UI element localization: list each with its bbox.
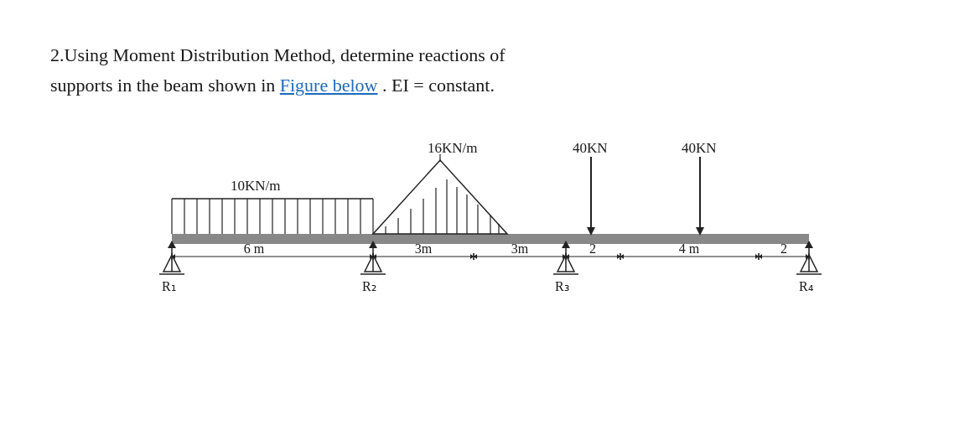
diagram-container: 10KN/m (50, 125, 930, 301)
dim6-label: 2 (780, 241, 787, 256)
udl-left: 10KN/m (172, 178, 373, 234)
support-r2: R₂ (360, 241, 386, 293)
dim1-label: 6 m (243, 241, 264, 256)
dim-6m: 6 m (172, 241, 373, 260)
dim-2-1: 2 (566, 241, 620, 260)
dim4-label: 2 (589, 241, 596, 256)
load1-label: 10KN/m (231, 178, 281, 194)
r1-label: R₁ (162, 279, 176, 293)
support-r3: R₃ (553, 241, 578, 293)
page: 2.Using Moment Distribution Method, dete… (0, 0, 980, 318)
diagram-wrapper: 10KN/m (147, 125, 834, 301)
point-load-2: 40KN (682, 140, 717, 236)
load4-label: 40KN (682, 140, 717, 156)
dim-2-2: 2 (759, 241, 809, 260)
dim3-label: 3m (511, 241, 528, 256)
problem-line2: supports in the beam shown in Figure bel… (50, 70, 930, 101)
dim-3m-2: 3m (474, 241, 566, 260)
dim5-label: 4 m (678, 241, 699, 256)
support-r1: R₁ (159, 241, 184, 293)
dim-4m: 4 m (620, 241, 759, 260)
load2-label: 16KN/m (428, 140, 478, 156)
problem-line2-end: . EI = constant. (382, 75, 495, 96)
load3-label: 40KN (573, 140, 608, 156)
svg-rect-0 (172, 234, 809, 244)
svg-marker-19 (373, 160, 507, 234)
r4-label: R₄ (799, 279, 813, 293)
problem-text: 2.Using Moment Distribution Method, dete… (50, 40, 930, 101)
support-r4: R₄ (796, 241, 822, 293)
beam-diagram: 10KN/m (147, 125, 834, 301)
triangle-load: 16KN/m (373, 140, 507, 234)
point-load-1: 40KN (573, 140, 608, 236)
problem-line1: 2.Using Moment Distribution Method, dete… (50, 40, 930, 70)
dim2-label: 3m (414, 241, 432, 256)
r2-label: R₂ (362, 279, 376, 293)
problem-line2-start: supports in the beam shown in (50, 75, 275, 96)
dim-3m-1: 3m (373, 241, 474, 260)
r3-label: R₃ (555, 279, 569, 293)
figure-below-link[interactable]: Figure below (280, 75, 378, 96)
